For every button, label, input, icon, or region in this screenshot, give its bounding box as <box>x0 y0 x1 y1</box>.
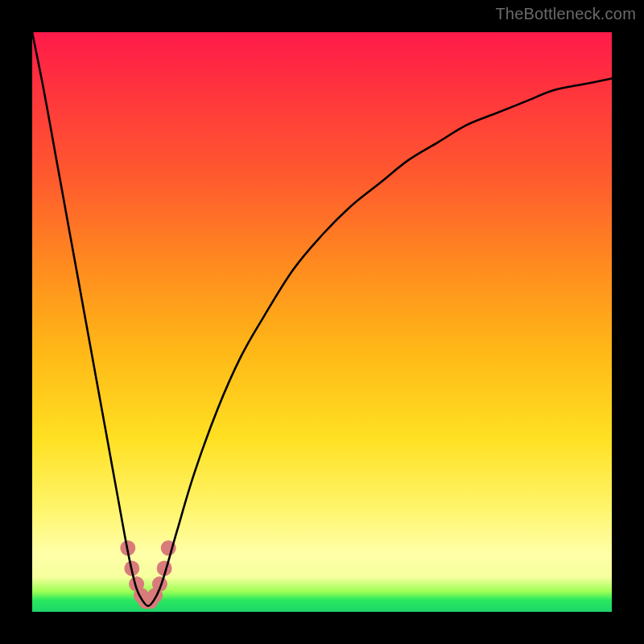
chart-svg <box>32 32 612 612</box>
watermark-text: TheBottleneck.com <box>495 5 636 23</box>
outer-frame: TheBottleneck.com <box>0 0 644 644</box>
plot-area <box>32 32 612 612</box>
bottleneck-curve <box>32 32 612 606</box>
